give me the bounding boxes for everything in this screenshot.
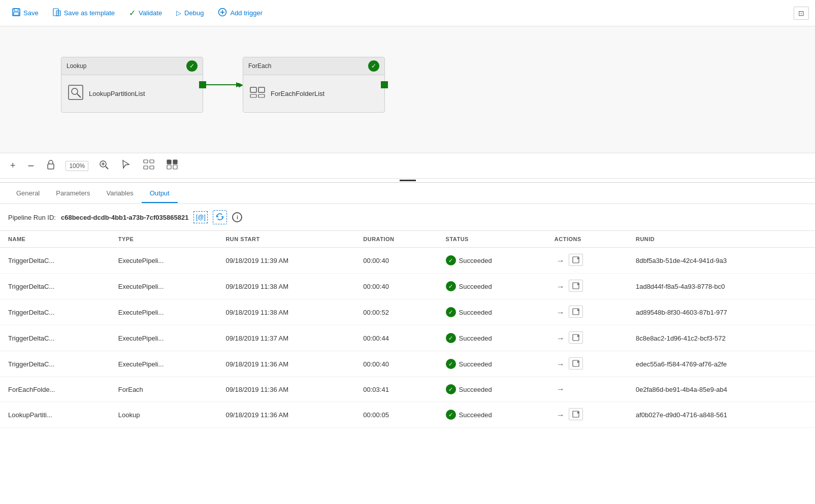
lookup-node-header: Lookup ✓ [61,57,203,75]
refresh-icon [216,213,224,222]
svg-rect-24 [144,160,148,163]
cell-type: ForEach [110,377,218,402]
collapse-handle[interactable] [0,179,815,183]
select-tool[interactable] [119,157,133,174]
action-arrow-btn[interactable]: → [555,281,567,293]
foreach-node-header: ForEach ✓ [243,57,384,75]
cell-type: ExecutePipeli... [110,248,218,274]
col-duration: DURATION [355,231,437,248]
action-arrow-btn[interactable]: → [555,332,567,345]
action-arrow-btn[interactable]: → [555,409,567,421]
cell-name: ForEachFolde... [0,377,110,402]
action-box-btn[interactable] [569,306,583,318]
lookup-node-icon [68,84,84,103]
cell-name: TriggerDeltaC... [0,351,110,377]
cell-actions: → [546,325,628,351]
add-trigger-button[interactable]: Add trigger [212,5,269,21]
status-success-icon: ✓ [446,359,456,369]
cell-status: ✓ Succeeded [438,248,546,274]
action-box-btn[interactable] [569,408,583,420]
lookup-node-label: LookupPartitionList [89,90,145,97]
action-arrow-btn[interactable]: → [555,383,567,395]
pipeline-arrow [203,77,243,92]
validate-label: Validate [139,9,162,17]
svg-line-12 [77,94,81,97]
debug-button[interactable]: ▷ Debug [170,6,210,20]
tab-general[interactable]: General [8,184,48,203]
separator-line [400,180,416,181]
status-text: Succeeded [459,360,492,368]
col-run-start: RUN START [217,231,355,248]
copy-icon: [@] [196,214,206,221]
cell-name: LookupPartiti... [0,402,110,428]
lookup-success-badge: ✓ [186,60,198,72]
svg-marker-14 [236,82,242,87]
lock-tool[interactable] [44,157,57,174]
cell-type: Lookup [110,402,218,428]
col-status: STATUS [438,231,546,248]
validate-button[interactable]: ✓ Validate [123,5,168,21]
cell-type: ExecutePipeli... [110,274,218,299]
lookup-node-title: Lookup [67,62,86,70]
cell-runid: 8dbf5a3b-51de-42c4-941d-9a3 [628,248,815,274]
svg-rect-29 [173,160,177,164]
cell-status: ✓ Succeeded [438,274,546,299]
col-type: TYPE [110,231,218,248]
cell-runid: 0e2fa86d-be91-4b4a-85e9-ab4 [628,377,815,402]
canvas-toolbar: + − 100% [0,153,815,179]
copy-run-id-button[interactable]: [@] [193,211,208,223]
tab-output[interactable]: Output [142,184,178,203]
main-layout: Save Save as template ✓ Validate ▷ Debug [0,0,815,504]
tab-variables[interactable]: Variables [98,184,141,203]
arrange-tool[interactable] [141,157,156,174]
zoom-level[interactable]: 100% [66,161,88,171]
run-id-value: c68beced-dcdb-4bb1-a73b-7cf035865821 [61,214,188,221]
action-box-btn[interactable] [569,254,583,266]
debug-label: Debug [184,9,204,17]
action-arrow-btn[interactable]: → [555,255,567,267]
status-success-icon: ✓ [446,333,456,343]
save-template-button[interactable]: Save as template [47,5,121,21]
tab-parameters[interactable]: Parameters [48,184,98,203]
remove-tool[interactable]: − [26,157,37,175]
action-box-btn[interactable] [569,280,583,292]
save-button[interactable]: Save [6,5,45,21]
bottom-panel: General Parameters Variables Output Pipe… [0,183,815,504]
cell-status: ✓ Succeeded [438,377,546,402]
status-text: Succeeded [459,257,492,264]
cell-duration: 00:00:40 [355,351,437,377]
cell-run-start: 09/18/2019 11:38 AM [217,299,355,325]
run-id-bar: Pipeline Run ID: c68beced-dcdb-4bb1-a73b… [0,204,815,231]
more-options-button[interactable]: ⊡ [794,7,809,20]
cell-run-start: 09/18/2019 11:39 AM [217,248,355,274]
add-trigger-label: Add trigger [230,9,263,17]
zoom-fit-tool[interactable] [96,157,111,174]
action-box-btn[interactable] [569,331,583,344]
lookup-node-body: LookupPartitionList [61,75,203,112]
svg-rect-17 [250,94,256,97]
layout-tool[interactable] [165,157,180,174]
cell-status: ✓ Succeeded [438,351,546,377]
status-text: Succeeded [459,334,492,342]
cell-run-start: 09/18/2019 11:38 AM [217,274,355,299]
refresh-button[interactable] [213,210,227,224]
foreach-node[interactable]: ForEach ✓ ForEachFolderList [243,57,385,113]
add-tool[interactable]: + [8,158,18,173]
svg-rect-19 [48,164,54,169]
table-row: TriggerDeltaC... ExecutePipeli... 09/18/… [0,274,815,299]
lookup-node[interactable]: Lookup ✓ LookupPartitionList [61,57,203,113]
cell-actions: → [546,248,628,274]
action-box-btn[interactable] [569,357,583,369]
table-body: TriggerDeltaC... ExecutePipeli... 09/18/… [0,248,815,428]
cell-name: TriggerDeltaC... [0,325,110,351]
pipeline-container: Lookup ✓ LookupPartitionList [61,57,385,113]
action-arrow-btn[interactable]: → [555,358,567,371]
svg-rect-16 [258,87,265,92]
foreach-node-icon [249,84,266,103]
svg-rect-31 [173,165,177,169]
info-icon[interactable]: i [232,212,242,222]
action-arrow-btn[interactable]: → [555,307,567,319]
validate-icon: ✓ [129,8,136,18]
cell-type: ExecutePipeli... [110,351,218,377]
svg-rect-27 [150,166,154,169]
